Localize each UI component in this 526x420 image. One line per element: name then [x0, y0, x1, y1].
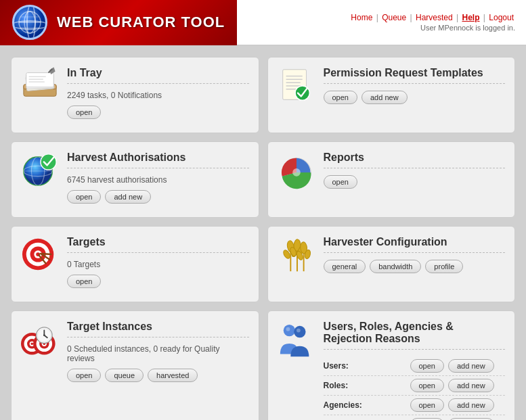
svg-rect-9	[26, 73, 54, 87]
svg-point-68	[286, 327, 290, 331]
targets-actions: open	[67, 275, 249, 288]
roles-label: Roles:	[324, 381, 405, 390]
card-users: Users, Roles, Agencies & Rejection Reaso…	[267, 310, 516, 420]
nav-harvested[interactable]: Harvested	[416, 13, 453, 22]
targets-desc: 0 Targets	[67, 260, 249, 269]
targets-title: Targets	[67, 236, 249, 248]
in-tray-actions: open	[67, 106, 249, 119]
svg-point-65	[43, 334, 45, 336]
header: WEB CURATOR TOOL Home | Queue | Harveste…	[0, 0, 526, 46]
users-addnew-button[interactable]: add new	[448, 359, 494, 373]
nav-home[interactable]: Home	[351, 13, 372, 22]
svg-line-38	[41, 254, 51, 254]
targets-icon	[21, 236, 59, 274]
agencies-addnew-button[interactable]: add new	[448, 398, 494, 412]
agencies-row: Agencies: open add new	[324, 396, 506, 415]
users-title: Users, Roles, Agencies & Rejection Reaso…	[324, 321, 506, 345]
card-reports: Reports open	[267, 141, 516, 218]
harvest-auth-open-button[interactable]: open	[67, 190, 101, 204]
logo-globe	[12, 5, 47, 40]
permission-icon	[278, 67, 315, 105]
target-instances-desc: 0 Scheduled instances, 0 ready for Quali…	[67, 344, 249, 363]
target-instances-queue-button[interactable]: queue	[105, 369, 144, 382]
card-permission: Permission Request Templates open add ne…	[267, 57, 516, 133]
user-info: User MPennock is logged in.	[349, 24, 515, 32]
card-harvest-auth: Harvest Authorisations 6745 harvest auth…	[11, 141, 259, 218]
users-row: Users: open add new	[324, 356, 506, 376]
users-label: Users:	[324, 361, 405, 371]
harvester-icon	[278, 236, 315, 274]
logo-area: WEB CURATOR TOOL	[0, 0, 237, 45]
roles-row: Roles: open add new	[324, 376, 506, 396]
in-tray-icon	[21, 67, 59, 99]
app-title: WEB CURATOR TOOL	[57, 14, 225, 31]
nav-area: Home | Queue | Harvested | Help | Logout…	[349, 13, 526, 32]
harvester-general-button[interactable]: general	[324, 260, 366, 273]
nav-links: Home | Queue | Harvested | Help | Logout	[349, 13, 515, 22]
target-instances-icon	[21, 321, 59, 358]
agencies-label: Agencies:	[324, 400, 405, 410]
dashboard-grid: In Tray 2249 tasks, 0 Notifications open	[11, 57, 515, 420]
harvester-bandwidth-button[interactable]: bandwidth	[370, 260, 421, 273]
nav-logout[interactable]: Logout	[489, 13, 514, 22]
in-tray-title: In Tray	[67, 67, 249, 79]
in-tray-open-button[interactable]: open	[67, 106, 101, 119]
svg-point-29	[292, 168, 301, 177]
agencies-open-button[interactable]: open	[410, 398, 444, 412]
reports-icon	[278, 151, 315, 189]
svg-point-27	[41, 154, 56, 170]
targets-open-button[interactable]: open	[67, 275, 101, 288]
rejection-reasons-row: Rejection Reasons: open add new	[324, 415, 506, 420]
target-instances-title: Target Instances	[67, 321, 249, 333]
main-content: In Tray 2249 tasks, 0 Notifications open	[0, 46, 526, 420]
target-instances-open-button[interactable]: open	[67, 369, 101, 382]
harvest-auth-icon	[21, 151, 59, 189]
svg-point-55	[30, 343, 33, 346]
harvester-config-title: Harvester Configuration	[324, 236, 506, 248]
nav-help[interactable]: Help	[462, 13, 479, 22]
svg-point-69	[297, 329, 301, 333]
harvest-auth-title: Harvest Authorisations	[67, 151, 249, 164]
harvest-auth-actions: open add new	[67, 190, 249, 204]
card-harvester-config: Harvester Configuration general bandwidt…	[267, 226, 516, 302]
nav-queue[interactable]: Queue	[382, 13, 406, 22]
users-icon	[278, 323, 315, 361]
permission-open-button[interactable]: open	[324, 91, 357, 104]
harvest-auth-desc: 6745 harvest authorisations	[67, 175, 249, 185]
card-targets: Targets 0 Targets open	[11, 226, 259, 302]
harvester-config-actions: general bandwidth profile	[324, 260, 506, 273]
reports-actions: open	[324, 175, 506, 189]
harvest-auth-addnew-button[interactable]: add new	[105, 190, 151, 204]
permission-addnew-button[interactable]: add new	[361, 91, 408, 104]
card-target-instances: Target Instances 0 Scheduled instances, …	[11, 310, 259, 420]
svg-point-1	[24, 11, 35, 33]
permission-title: Permission Request Templates	[324, 67, 506, 79]
users-open-button[interactable]: open	[410, 359, 444, 373]
reports-title: Reports	[324, 151, 506, 164]
in-tray-desc: 2249 tasks, 0 Notifications	[67, 91, 249, 100]
roles-addnew-button[interactable]: add new	[448, 379, 494, 392]
card-in-tray: In Tray 2249 tasks, 0 Notifications open	[11, 57, 259, 133]
svg-point-0	[19, 11, 41, 33]
reports-open-button[interactable]: open	[324, 175, 357, 189]
permission-actions: open add new	[324, 91, 506, 104]
harvester-profile-button[interactable]: profile	[425, 260, 463, 273]
roles-open-button[interactable]: open	[410, 379, 444, 392]
target-instances-harvested-button[interactable]: harvested	[148, 369, 198, 382]
target-instances-actions: open queue harvested	[67, 369, 249, 382]
